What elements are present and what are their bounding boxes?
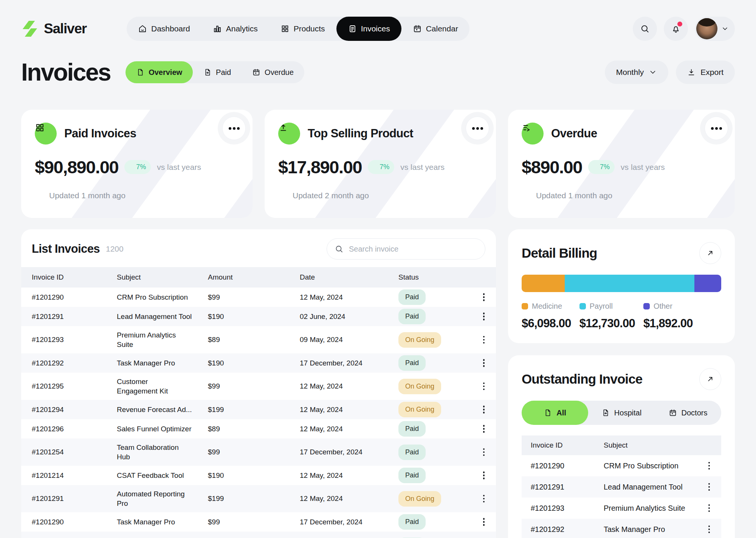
- stat-change-value: 7%: [600, 163, 610, 171]
- outstanding-open-button[interactable]: [699, 368, 721, 390]
- cell-subject: Task Manager Pro: [604, 524, 687, 534]
- stat-amount: $890.00: [522, 157, 582, 177]
- row-menu-button[interactable]: [481, 310, 487, 323]
- search-button[interactable]: [633, 17, 657, 41]
- outstanding-tab-doctors[interactable]: Doctors: [655, 401, 721, 425]
- grid-icon: [35, 123, 45, 133]
- refresh-icon: [522, 191, 531, 200]
- tab-overdue[interactable]: Overdue: [242, 61, 304, 83]
- tab-overview[interactable]: Overview: [125, 61, 193, 83]
- status-badge: Paid: [398, 468, 426, 483]
- stat-card-menu-button[interactable]: [222, 117, 246, 140]
- tab-label: Overview: [149, 68, 182, 77]
- outstanding-table-row: #1201293 Premium Analytics Suite: [522, 498, 721, 519]
- column-header-subject: Subject: [604, 441, 702, 449]
- nav-item-analytics[interactable]: Analytics: [201, 17, 269, 41]
- row-menu-button[interactable]: [481, 291, 487, 303]
- arrow-up-right-icon: [706, 249, 714, 257]
- export-button[interactable]: Export: [676, 61, 735, 84]
- nav-item-dashboard[interactable]: Dashboard: [127, 17, 201, 41]
- status-badge: Paid: [398, 309, 426, 324]
- stat-change-value: 7%: [136, 163, 146, 171]
- row-menu-button[interactable]: [481, 516, 487, 528]
- download-icon: [687, 68, 696, 76]
- row-menu-button[interactable]: [706, 481, 713, 493]
- search-invoice-input[interactable]: [348, 244, 477, 254]
- row-menu-button[interactable]: [481, 493, 487, 505]
- row-menu-button[interactable]: [481, 403, 487, 416]
- arrow-up-icon: [373, 165, 378, 169]
- stat-card-top-selling-product: Top Selling Product $17,890.00 7% vs las…: [265, 110, 496, 218]
- nav-item-products[interactable]: Products: [269, 17, 336, 41]
- cell-amount: $190: [208, 471, 300, 480]
- list-invoices-card: List Invoices 1200 Invoice IDSubjectAmou…: [21, 229, 496, 538]
- stat-amount: $17,890.00: [278, 157, 362, 177]
- user-menu[interactable]: [695, 17, 735, 41]
- outstanding-tab-all[interactable]: All: [522, 401, 588, 425]
- invoice-table-row: #1201254 Team Collaboration Hub $99 17 D…: [21, 438, 496, 466]
- row-menu-button[interactable]: [481, 357, 487, 369]
- status-badge: Paid: [398, 289, 426, 305]
- nav-item-label: Dashboard: [151, 24, 190, 33]
- cell-invoice-id: #1201295: [32, 382, 117, 390]
- cell-amount: $199: [208, 406, 300, 414]
- cell-subject: Premium Analytics Suite: [117, 330, 191, 349]
- column-header-invoice-id: Invoice ID: [531, 441, 604, 449]
- invoice-table-row: #1201292 Task Manager Pro $190 17 Decemb…: [21, 353, 496, 373]
- cell-amount: $99: [208, 518, 300, 526]
- stat-compare-note: vs last years: [400, 163, 445, 172]
- status-badge: On Going: [398, 332, 441, 348]
- cell-amount: $99: [208, 293, 300, 302]
- nav-item-invoices[interactable]: Invoices: [336, 17, 401, 41]
- bar-segment-payroll: [565, 275, 694, 292]
- legend-item-medicine: Medicine: [522, 302, 571, 311]
- legend-label: Other: [654, 302, 672, 311]
- row-menu-button[interactable]: [481, 334, 487, 346]
- main-content: List Invoices 1200 Invoice IDSubjectAmou…: [21, 229, 735, 538]
- row-menu-button[interactable]: [481, 380, 487, 393]
- stat-amount: $90,890.00: [35, 157, 118, 177]
- invoice-table-body: #1201290 CRM Pro Subscription $99 12 May…: [21, 288, 496, 538]
- stat-title: Overdue: [551, 127, 597, 140]
- calendar-icon: [413, 24, 422, 33]
- row-menu-button[interactable]: [481, 469, 487, 482]
- billing-amount-other: $1,892.00: [643, 317, 693, 330]
- notifications-button[interactable]: [664, 17, 688, 41]
- search-invoice-field[interactable]: [327, 238, 485, 260]
- row-menu-button[interactable]: [706, 523, 713, 536]
- row-menu-button[interactable]: [481, 423, 487, 435]
- detail-billing-open-button[interactable]: [699, 242, 721, 264]
- stat-card-menu-button[interactable]: [466, 117, 489, 140]
- outstanding-tabs: All Hospital Doctors: [522, 401, 721, 425]
- row-menu-button[interactable]: [706, 502, 713, 515]
- stat-card-menu-button[interactable]: [705, 117, 728, 140]
- legend-dot: [643, 303, 650, 309]
- nav-item-calendar[interactable]: Calendar: [401, 17, 469, 41]
- row-menu-button[interactable]: [706, 460, 713, 472]
- cell-date: 09 May, 2024: [300, 336, 398, 344]
- stat-card-overdue: Overdue $890.00 7% vs last years Updated…: [508, 110, 735, 218]
- cell-date: 02 June, 2024: [300, 313, 398, 321]
- cell-date: 12 May, 2024: [300, 425, 398, 433]
- header-actions: Monthly Export: [605, 61, 735, 84]
- search-icon: [335, 244, 344, 253]
- export-label: Export: [700, 68, 723, 77]
- row-menu-button[interactable]: [481, 446, 487, 459]
- tab-paid[interactable]: Paid: [193, 61, 242, 83]
- outstanding-invoice-title: Outstanding Invoice: [522, 372, 642, 387]
- arrow-up-icon: [129, 165, 134, 169]
- period-select[interactable]: Monthly: [605, 61, 669, 84]
- cell-invoice-id: #1201254: [32, 448, 117, 456]
- stat-title: Top Selling Product: [308, 127, 413, 140]
- cell-invoice-id: #1201293: [531, 504, 604, 513]
- invoice-table-row: #1201291 Automated Reporting Pro $199 12…: [21, 485, 496, 512]
- nav-item-label: Calendar: [426, 24, 458, 33]
- billing-amount-medicine: $6,098.00: [522, 317, 571, 330]
- outstanding-tab-hospital[interactable]: Hospital: [588, 401, 655, 425]
- status-badge: On Going: [398, 491, 441, 507]
- invoices-page: Saliver Dashboard Analytics Products Inv…: [0, 0, 756, 538]
- file-arrow-icon: [601, 409, 610, 417]
- page-title: Invoices: [21, 58, 110, 86]
- cell-invoice-id: #1201296: [32, 425, 117, 433]
- legend-label: Medicine: [532, 302, 562, 311]
